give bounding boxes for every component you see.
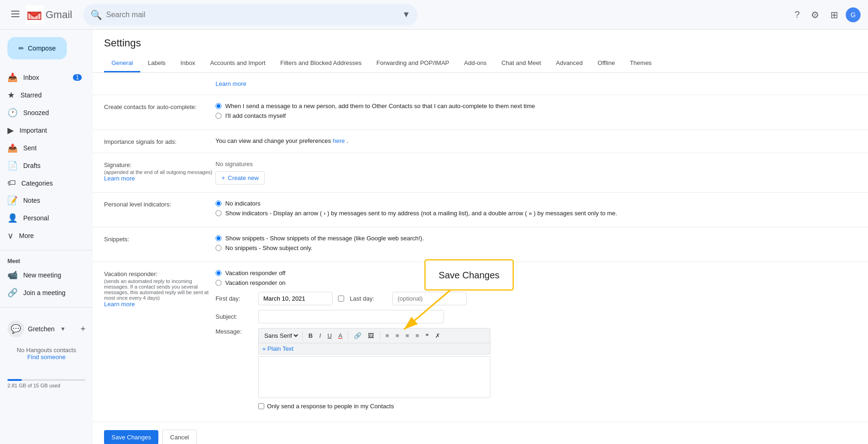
radio-ill-add-input[interactable]	[215, 113, 222, 119]
only-contacts-checkbox[interactable]	[258, 403, 264, 409]
settings-button[interactable]: ⚙	[807, 6, 823, 24]
sidebar-item-more[interactable]: ∨ More	[0, 227, 89, 245]
hangouts-chevron[interactable]: ▼	[60, 326, 66, 332]
tab-chat[interactable]: Chat and Meet	[494, 55, 548, 72]
tab-advanced[interactable]: Advanced	[548, 55, 590, 72]
first-day-row: First day: Last day:	[215, 292, 857, 305]
radio-show-indicators-label: Show indicators - Display an arrow ( › )…	[225, 210, 617, 217]
svg-rect-2	[11, 16, 20, 17]
create-contacts-label: Create contacts for auto-complete:	[104, 103, 215, 110]
learn-more-link-1[interactable]: Learn more	[215, 80, 246, 87]
sidebar-item-personal[interactable]: 👤 Personal	[0, 209, 89, 227]
sidebar-item-inbox[interactable]: 📥 Inbox 1	[0, 69, 89, 86]
radio-vacation-off-input[interactable]	[215, 270, 222, 276]
toolbar-divider-2	[348, 331, 348, 341]
radio-no-indicators-input[interactable]	[215, 200, 222, 206]
tab-accounts[interactable]: Accounts and Import	[202, 55, 273, 72]
sidebar-item-new-meeting[interactable]: 📹 New meeting	[0, 266, 89, 284]
create-new-button[interactable]: + Create new	[215, 171, 265, 185]
radio-show-snippets-input[interactable]	[215, 235, 222, 241]
radio-show-indicators-input[interactable]	[215, 210, 222, 216]
find-someone-link[interactable]: Find someone	[27, 354, 65, 360]
unordered-list-button[interactable]: ≡	[403, 330, 412, 341]
link-button[interactable]: 🔗	[351, 330, 364, 341]
search-options-icon[interactable]: ▼	[402, 10, 411, 19]
last-day-checkbox[interactable]	[338, 296, 344, 302]
sidebar-item-sent[interactable]: 📤 Sent	[0, 139, 89, 157]
meet-title: Meet	[0, 256, 93, 266]
bold-button[interactable]: B	[306, 330, 315, 341]
importance-signals-row: Importance signals for ads: You can view…	[93, 130, 868, 153]
radio-vacation-on-input[interactable]	[215, 280, 222, 286]
indent-button[interactable]: ≡	[413, 330, 422, 341]
align-button[interactable]: ≡	[383, 330, 392, 341]
plain-text-link[interactable]: « Plain Text	[262, 345, 294, 352]
ordered-list-button[interactable]: ≡	[393, 330, 402, 341]
radio-no-indicators: No indicators	[215, 200, 857, 207]
no-hangouts-text: No Hangouts contacts Find someone	[7, 339, 85, 368]
app-title-text: Gmail	[46, 9, 72, 21]
vacation-fields: First day: Last day: Subject:	[215, 292, 857, 410]
sidebar-item-categories[interactable]: 🏷 Categories	[0, 174, 89, 192]
first-day-input[interactable]	[258, 292, 333, 305]
sidebar-item-starred[interactable]: ★ Starred	[0, 86, 89, 104]
sidebar-item-important[interactable]: ▶ Important	[0, 122, 89, 139]
radio-no-snippets-input[interactable]	[215, 245, 222, 251]
sidebar-item-drafts[interactable]: 📄 Drafts	[0, 157, 89, 174]
here-link[interactable]: here	[333, 137, 345, 144]
image-button[interactable]: 🖼	[365, 330, 377, 341]
storage-fill	[7, 379, 22, 381]
cancel-button-bottom[interactable]: Cancel	[162, 430, 196, 444]
tab-themes[interactable]: Themes	[622, 55, 659, 72]
avatar[interactable]: G	[846, 7, 861, 22]
compose-button[interactable]: ✏ Compose	[7, 37, 67, 59]
message-editor-area[interactable]	[258, 356, 490, 398]
last-day-input[interactable]	[392, 292, 467, 305]
radio-show-snippets-label: Show snippets - Show snippets of the mes…	[225, 235, 424, 242]
remove-format-button[interactable]: ✗	[432, 330, 443, 341]
vacation-responder-row: Vacation responder: (sends an automated …	[93, 262, 868, 422]
signature-control: No signatures + Create new	[215, 161, 857, 185]
sidebar-item-join-meeting[interactable]: 🔗 Join a meeting	[0, 284, 89, 302]
meet-section: Meet 📹 New meeting 🔗 Join a meeting	[0, 254, 93, 303]
subject-input[interactable]	[258, 310, 444, 323]
text-color-button[interactable]: A	[335, 330, 345, 341]
create-new-plus-icon: +	[222, 174, 225, 181]
only-contacts-row: Only send a response to people in my Con…	[215, 403, 857, 410]
subject-row: Subject:	[215, 310, 857, 323]
apps-button[interactable]: ⊞	[827, 6, 842, 24]
tab-addons[interactable]: Add-ons	[457, 55, 494, 72]
create-contacts-row: Create contacts for auto-complete: When …	[93, 95, 868, 130]
tab-general[interactable]: General	[104, 55, 140, 72]
important-icon: ▶	[7, 125, 14, 135]
underline-button[interactable]: U	[325, 330, 334, 341]
font-select[interactable]: Sans Serif	[262, 332, 300, 340]
save-changes-button-bottom[interactable]: Save Changes	[104, 430, 158, 444]
quote-button[interactable]: ❝	[423, 330, 431, 341]
hangouts-add-button[interactable]: +	[80, 324, 85, 334]
search-input[interactable]	[106, 11, 402, 19]
subject-field-label: Subject:	[215, 313, 253, 320]
storage-text: 2.81 GB of 15 GB used	[7, 383, 85, 388]
signature-learn-more[interactable]: Learn more	[104, 175, 135, 182]
signature-label: Signature: (appended at the end of all o…	[104, 161, 215, 182]
signature-row: Signature: (appended at the end of all o…	[93, 153, 868, 193]
sidebar-item-snoozed[interactable]: 🕐 Snoozed	[0, 104, 89, 122]
tab-filters[interactable]: Filters and Blocked Addresses	[273, 55, 369, 72]
tab-inbox[interactable]: Inbox	[173, 55, 203, 72]
radio-when-send-input[interactable]	[215, 103, 222, 109]
italic-button[interactable]: I	[316, 330, 324, 341]
menu-button[interactable]	[7, 6, 23, 23]
tab-labels[interactable]: Labels	[140, 55, 173, 72]
radio-no-indicators-label: No indicators	[225, 200, 261, 207]
tab-offline[interactable]: Offline	[590, 55, 622, 72]
vacation-learn-more[interactable]: Learn more	[104, 301, 135, 308]
tab-forwarding[interactable]: Forwarding and POP/IMAP	[369, 55, 457, 72]
learn-more-control-1: Learn more	[215, 80, 857, 87]
message-row: Message: Sans Serif B I	[215, 328, 857, 398]
inbox-count: 1	[73, 74, 82, 81]
support-button[interactable]: ?	[791, 6, 803, 24]
sidebar-item-notes[interactable]: 📝 Notes	[0, 192, 89, 209]
personal-icon: 👤	[7, 213, 18, 223]
drafts-icon: 📄	[7, 161, 18, 171]
